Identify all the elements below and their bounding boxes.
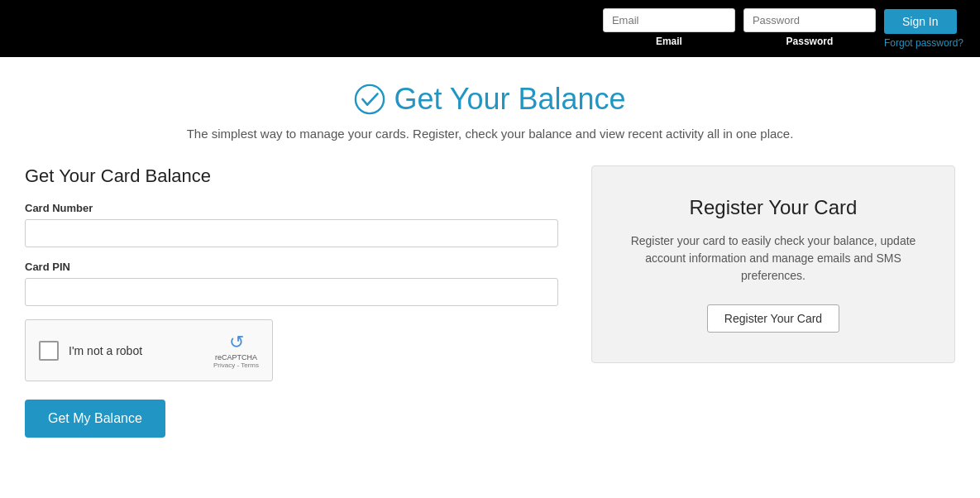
- email-label: Email: [656, 36, 682, 47]
- card-pin-input[interactable]: [25, 278, 558, 306]
- email-field-group: Email: [603, 8, 735, 47]
- recaptcha-icon: ↺: [229, 332, 244, 353]
- register-card-description: Register your card to easily check your …: [617, 232, 930, 285]
- hero-subtitle: The simplest way to manage your cards. R…: [25, 127, 955, 141]
- card-pin-field-group: Card PIN: [25, 261, 558, 319]
- sign-in-group: Sign In Forgot password?: [884, 8, 963, 49]
- header: Email Password Sign In Forgot password?: [0, 0, 980, 57]
- sign-in-button[interactable]: Sign In: [884, 9, 957, 34]
- register-card-button[interactable]: Register Your Card: [707, 304, 839, 333]
- forgot-password-link[interactable]: Forgot password?: [884, 37, 963, 49]
- email-input[interactable]: [603, 8, 735, 32]
- password-field-group: Password: [743, 8, 876, 47]
- recaptcha-widget[interactable]: I'm not a robot ↺ reCAPTCHA Privacy - Te…: [25, 319, 273, 381]
- balance-form-title: Get Your Card Balance: [25, 165, 558, 187]
- columns-layout: Get Your Card Balance Card Number Card P…: [25, 165, 955, 438]
- password-input[interactable]: [743, 8, 876, 32]
- svg-point-0: [356, 85, 384, 113]
- register-card-section: Register Your Card Register your card to…: [591, 165, 955, 363]
- card-number-input[interactable]: [25, 219, 558, 247]
- card-pin-label: Card PIN: [25, 261, 558, 273]
- recaptcha-links: Privacy - Terms: [213, 362, 259, 369]
- get-balance-button[interactable]: Get My Balance: [25, 400, 165, 438]
- hero-section: Get Your Balance The simplest way to man…: [25, 82, 955, 141]
- card-number-field-group: Card Number: [25, 202, 558, 261]
- main-content: Get Your Balance The simplest way to man…: [0, 57, 980, 471]
- register-card-title: Register Your Card: [617, 196, 930, 219]
- balance-form-section: Get Your Card Balance Card Number Card P…: [25, 165, 558, 438]
- recaptcha-left: I'm not a robot: [39, 341, 142, 361]
- recaptcha-checkbox[interactable]: [39, 341, 59, 361]
- password-label: Password: [786, 36, 834, 47]
- hero-title: Get Your Balance: [25, 82, 955, 117]
- card-number-label: Card Number: [25, 202, 558, 214]
- recaptcha-label: I'm not a robot: [69, 344, 142, 357]
- register-card-box: Register Your Card Register your card to…: [591, 165, 955, 363]
- recaptcha-logo: ↺ reCAPTCHA Privacy - Terms: [213, 332, 259, 369]
- check-circle-icon: [354, 84, 385, 115]
- recaptcha-brand: reCAPTCHA: [215, 353, 257, 362]
